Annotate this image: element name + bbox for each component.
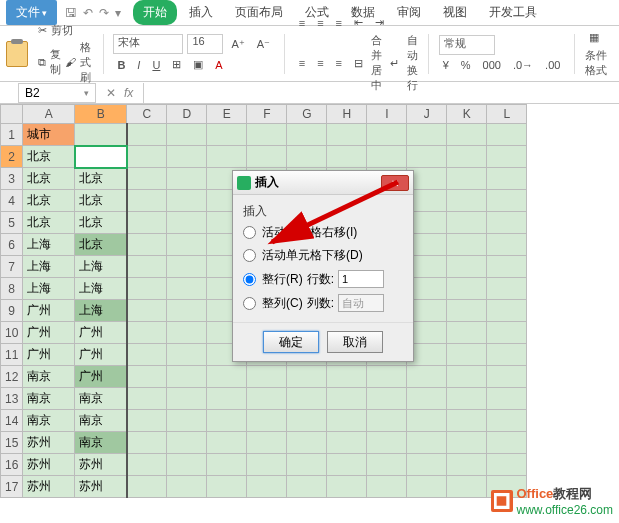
cell-K10[interactable] — [447, 322, 487, 344]
border-icon[interactable]: ⊞ — [168, 56, 185, 73]
indent-dec-icon[interactable]: ⇤ — [350, 14, 367, 31]
cell-D2[interactable] — [167, 146, 207, 168]
formula-input[interactable] — [143, 83, 619, 103]
cell-J13[interactable] — [407, 388, 447, 410]
option-shift-down[interactable]: 活动单元格下移(D) — [243, 247, 403, 264]
cell-L7[interactable] — [487, 256, 527, 278]
cell-B16[interactable]: 苏州 — [75, 454, 127, 476]
cell-H13[interactable] — [327, 388, 367, 410]
cell-D16[interactable] — [167, 454, 207, 476]
cell-K12[interactable] — [447, 366, 487, 388]
row-header-17[interactable]: 17 — [1, 476, 23, 498]
tab-insert[interactable]: 插入 — [179, 0, 223, 25]
cell-J12[interactable] — [407, 366, 447, 388]
cell-K1[interactable] — [447, 124, 487, 146]
number-format-combo[interactable]: 常规 — [439, 35, 495, 55]
merge-icon[interactable]: ⊟ — [350, 55, 367, 72]
comma-icon[interactable]: 000 — [479, 57, 505, 73]
cell-D1[interactable] — [167, 124, 207, 146]
cell-D5[interactable] — [167, 212, 207, 234]
align-right-icon[interactable]: ≡ — [332, 55, 346, 71]
file-menu[interactable]: 文件▾ — [6, 0, 57, 25]
cell-H16[interactable] — [327, 454, 367, 476]
align-left-icon[interactable]: ≡ — [295, 55, 309, 71]
cell-B10[interactable]: 广州 — [75, 322, 127, 344]
cell-G2[interactable] — [287, 146, 327, 168]
cell-E16[interactable] — [207, 454, 247, 476]
tab-pagelayout[interactable]: 页面布局 — [225, 0, 293, 25]
close-icon[interactable]: ✕ — [381, 175, 409, 191]
cell-B6[interactable]: 北京 — [75, 234, 127, 256]
cell-K2[interactable] — [447, 146, 487, 168]
cell-G13[interactable] — [287, 388, 327, 410]
tab-view[interactable]: 视图 — [433, 0, 477, 25]
col-header-K[interactable]: K — [447, 105, 487, 124]
cell-A11[interactable]: 广州 — [23, 344, 75, 366]
option-shift-right[interactable]: 活动单元格右移(I) — [243, 224, 403, 241]
cell-G16[interactable] — [287, 454, 327, 476]
option-entire-row[interactable]: 整行(R) 行数: — [243, 270, 403, 288]
cell-L14[interactable] — [487, 410, 527, 432]
currency-icon[interactable]: ¥ — [439, 57, 453, 73]
cell-D17[interactable] — [167, 476, 207, 498]
cell-A5[interactable]: 北京 — [23, 212, 75, 234]
fill-color-icon[interactable]: ▣ — [189, 56, 207, 73]
row-header-7[interactable]: 7 — [1, 256, 23, 278]
col-header-I[interactable]: I — [367, 105, 407, 124]
scissors-icon[interactable]: ✂ — [38, 24, 47, 37]
cell-E1[interactable] — [207, 124, 247, 146]
cell-C7[interactable] — [127, 256, 167, 278]
cell-E12[interactable] — [207, 366, 247, 388]
cell-K15[interactable] — [447, 432, 487, 454]
cell-A16[interactable]: 苏州 — [23, 454, 75, 476]
col-header-A[interactable]: A — [23, 105, 75, 124]
cell-L1[interactable] — [487, 124, 527, 146]
cell-D3[interactable] — [167, 168, 207, 190]
cell-D11[interactable] — [167, 344, 207, 366]
cell-D15[interactable] — [167, 432, 207, 454]
col-header-L[interactable]: L — [487, 105, 527, 124]
cell-A12[interactable]: 南京 — [23, 366, 75, 388]
cell-C9[interactable] — [127, 300, 167, 322]
cell-C5[interactable] — [127, 212, 167, 234]
cell-K16[interactable] — [447, 454, 487, 476]
cell-L8[interactable] — [487, 278, 527, 300]
copy-icon[interactable]: ⧉ — [38, 56, 46, 69]
cell-D7[interactable] — [167, 256, 207, 278]
cell-C15[interactable] — [127, 432, 167, 454]
underline-icon[interactable]: U — [148, 57, 164, 73]
qat-more-icon[interactable]: ▾ — [115, 6, 121, 20]
cell-D14[interactable] — [167, 410, 207, 432]
cell-K7[interactable] — [447, 256, 487, 278]
col-header-J[interactable]: J — [407, 105, 447, 124]
cell-C3[interactable] — [127, 168, 167, 190]
cell-D4[interactable] — [167, 190, 207, 212]
cell-B15[interactable]: 南京 — [75, 432, 127, 454]
cell-L15[interactable] — [487, 432, 527, 454]
row-header-4[interactable]: 4 — [1, 190, 23, 212]
row-header-3[interactable]: 3 — [1, 168, 23, 190]
cell-H2[interactable] — [327, 146, 367, 168]
cell-A7[interactable]: 上海 — [23, 256, 75, 278]
col-header-G[interactable]: G — [287, 105, 327, 124]
cell-F15[interactable] — [247, 432, 287, 454]
cell-G1[interactable] — [287, 124, 327, 146]
italic-icon[interactable]: I — [133, 57, 144, 73]
cell-A1[interactable]: 城市 — [23, 124, 75, 146]
cell-C12[interactable] — [127, 366, 167, 388]
cell-B5[interactable]: 北京 — [75, 212, 127, 234]
cell-A15[interactable]: 苏州 — [23, 432, 75, 454]
cell-A9[interactable]: 广州 — [23, 300, 75, 322]
cell-F16[interactable] — [247, 454, 287, 476]
redo-icon[interactable]: ↷ — [99, 6, 109, 20]
row-header-9[interactable]: 9 — [1, 300, 23, 322]
cell-L3[interactable] — [487, 168, 527, 190]
font-name-combo[interactable]: 宋体 — [113, 34, 183, 54]
row-header-8[interactable]: 8 — [1, 278, 23, 300]
cell-C17[interactable] — [127, 476, 167, 498]
cell-E17[interactable] — [207, 476, 247, 498]
row-header-2[interactable]: 2 — [1, 146, 23, 168]
dec-inc-icon[interactable]: .0→ — [509, 57, 537, 73]
name-box[interactable]: B2 ▾ — [18, 83, 96, 103]
cell-G14[interactable] — [287, 410, 327, 432]
